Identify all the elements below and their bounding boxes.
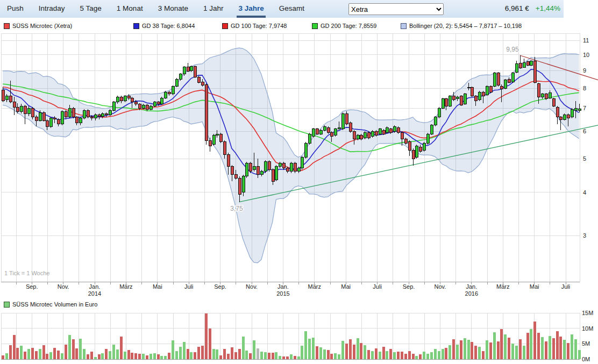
- exchange-select[interactable]: Xetra: [348, 3, 444, 15]
- volume-bar: [556, 331, 559, 359]
- candle: [357, 135, 359, 139]
- svg-text:Sep.: Sep.: [214, 283, 226, 290]
- candle: [183, 67, 186, 74]
- volume-bar: [323, 349, 326, 359]
- volume-bar: [120, 337, 123, 359]
- volume-bar: [482, 351, 485, 360]
- volume-bar: [334, 353, 337, 360]
- candle: [445, 99, 447, 106]
- tab-3-jahre[interactable]: 3 Jahre: [237, 0, 265, 18]
- candle: [375, 131, 378, 135]
- candle: [371, 131, 374, 137]
- volume-bar: [223, 349, 226, 359]
- volume-bar: [35, 351, 38, 359]
- volume-bar: [234, 352, 237, 359]
- volume-bar: [20, 346, 23, 359]
- candle: [419, 147, 422, 152]
- candle: [438, 108, 440, 117]
- legend-item-gd-38-tage: GD 38 Tage: 6,8044: [133, 23, 195, 29]
- volume-bar: [319, 347, 322, 359]
- candle: [471, 87, 473, 96]
- candle: [124, 96, 126, 101]
- tab-3-monate[interactable]: 3 Monate: [156, 0, 190, 18]
- volume-bar: [209, 329, 211, 359]
- volume-bar: [253, 340, 255, 359]
- volume-bar: [404, 354, 407, 359]
- volume-bar: [559, 337, 562, 359]
- tab-gesamt[interactable]: Gesamt: [277, 0, 306, 18]
- tab-1-jahr[interactable]: 1 Jahr: [202, 0, 225, 18]
- volume-bar: [341, 341, 344, 359]
- volume-bar: [552, 338, 555, 359]
- tab-5-tage[interactable]: 5 Tage: [79, 0, 103, 18]
- volume-bar: [393, 352, 396, 359]
- svg-text:Sep.: Sep.: [403, 283, 415, 290]
- tab-1-monat[interactable]: 1 Monat: [115, 0, 145, 18]
- candle: [537, 83, 540, 97]
- volume-bar: [571, 334, 573, 359]
- volume-bar: [190, 352, 193, 359]
- period-tabs: PushIntraday5 Tage1 Monat3 Monate1 Jahr3…: [5, 0, 318, 18]
- svg-text:Jan.: Jan.: [466, 283, 477, 290]
- tab-intraday[interactable]: Intraday: [37, 0, 67, 18]
- volume-bar: [2, 355, 4, 360]
- volume-bar: [61, 353, 63, 360]
- svg-text:Jan.: Jan.: [277, 283, 289, 290]
- candle: [109, 110, 111, 115]
- volume-bar: [205, 313, 208, 359]
- volume-bar: [442, 349, 444, 360]
- volume-bar: [72, 339, 75, 359]
- candle: [389, 129, 392, 133]
- volume-bar: [79, 339, 82, 359]
- volume-bar: [142, 354, 145, 359]
- price-x-axis: Sep.Nov.Jan.2014MärzMaiJuliSep.Nov.Jan.2…: [26, 283, 570, 297]
- volume-bar: [519, 339, 522, 359]
- volume-grid: [1, 313, 580, 359]
- candle: [497, 73, 500, 85]
- candle: [349, 123, 352, 132]
- svg-text:Sep.: Sep.: [26, 283, 38, 290]
- candle: [42, 112, 45, 120]
- svg-text:Mai: Mai: [153, 283, 162, 290]
- candle: [65, 111, 67, 117]
- volume-bar: [327, 350, 330, 359]
- volume-bar: [197, 347, 200, 359]
- volume-bar: [537, 333, 540, 359]
- candle: [5, 96, 8, 100]
- candle: [164, 92, 167, 98]
- candle: [442, 99, 444, 108]
- volume-bar: [448, 345, 451, 359]
- candle: [212, 135, 215, 144]
- volume-bars: [2, 313, 581, 359]
- volume-bar: [312, 338, 315, 359]
- candle: [105, 113, 108, 115]
- candle: [49, 118, 52, 126]
- volume-bar: [175, 351, 178, 360]
- volume-bar: [194, 352, 196, 359]
- candle: [360, 135, 362, 139]
- volume-bar: [423, 352, 425, 359]
- candle: [238, 178, 241, 194]
- volume-bar: [5, 353, 8, 359]
- legend-item-gd-100-tage: GD 100 Tage: 7,9748: [222, 23, 287, 29]
- candle: [489, 87, 492, 92]
- candle: [545, 94, 547, 99]
- candle: [194, 66, 196, 77]
- volume-bar: [138, 354, 141, 359]
- candle: [61, 111, 63, 124]
- candle: [452, 96, 455, 100]
- candle: [216, 134, 218, 135]
- volume-bar: [330, 354, 333, 359]
- svg-text:März: März: [496, 283, 509, 290]
- tab-push[interactable]: Push: [5, 0, 25, 18]
- candle: [2, 90, 4, 101]
- quote: 6,961 €+1,44%: [441, 4, 560, 12]
- candle: [448, 96, 451, 106]
- candle: [571, 109, 573, 117]
- volume-bar: [389, 349, 392, 359]
- candle: [533, 61, 536, 83]
- candle: [541, 94, 544, 97]
- volume-bar: [445, 348, 447, 359]
- candle: [257, 167, 259, 175]
- svg-text:2014: 2014: [88, 290, 101, 297]
